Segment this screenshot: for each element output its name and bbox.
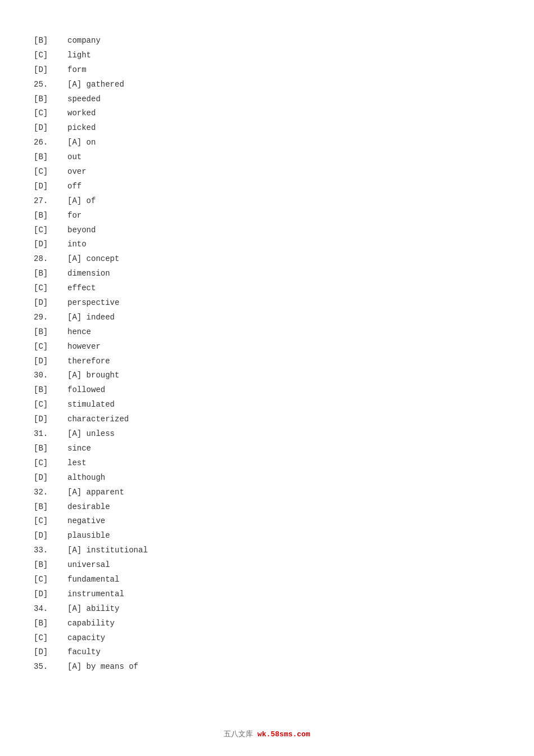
option-item: [C]beyond <box>34 223 500 238</box>
option-label: [D] <box>34 645 67 660</box>
question-text: [A] brought <box>67 368 119 383</box>
option-label: [C] <box>34 340 67 354</box>
option-item: [D]form <box>34 63 500 78</box>
footer-prefix: 五八文库 <box>224 730 257 739</box>
option-item: [C]however <box>34 340 500 354</box>
option-item: [B]since <box>34 442 500 456</box>
option-item: [B]company <box>34 34 500 48</box>
option-label: [C] <box>34 223 67 238</box>
option-label: [D] <box>34 121 67 136</box>
option-text: off <box>67 179 82 194</box>
option-item: [D]instrumental <box>34 587 500 602</box>
option-item: [C]over <box>34 165 500 179</box>
option-label: [B] <box>34 92 67 107</box>
question-number: 32. <box>34 485 67 500</box>
option-label: [D] <box>34 237 67 252</box>
option-item: [C]fundamental <box>34 573 500 587</box>
option-text: into <box>67 237 87 252</box>
option-item: [B]desirable <box>34 500 500 515</box>
option-text: for <box>67 209 82 223</box>
option-text: characterized <box>67 412 129 427</box>
option-text: since <box>67 442 91 456</box>
option-text: negative <box>67 514 105 529</box>
option-text: faculty <box>67 645 101 660</box>
option-item: [C]worked <box>34 106 500 121</box>
question-item: 26.[A] on <box>34 136 500 150</box>
option-label: [D] <box>34 63 67 78</box>
option-item: [C]effect <box>34 281 500 296</box>
question-text: [A] of <box>67 194 96 209</box>
option-label: [B] <box>34 383 67 398</box>
option-item: [C]lest <box>34 456 500 471</box>
option-item: [B]for <box>34 209 500 223</box>
question-text: [A] unless <box>67 427 115 442</box>
option-text: plausible <box>67 529 110 543</box>
option-label: [B] <box>34 325 67 340</box>
option-label: [D] <box>34 529 67 543</box>
question-number: 26. <box>34 136 67 150</box>
option-item: [D]characterized <box>34 412 500 427</box>
option-label: [B] <box>34 267 67 281</box>
option-text: speeded <box>67 92 101 107</box>
option-label: [B] <box>34 34 67 48</box>
option-label: [C] <box>34 398 67 412</box>
question-number: 25. <box>34 78 67 92</box>
option-text: dimension <box>67 267 110 281</box>
question-item: 25.[A] gathered <box>34 78 500 92</box>
option-text: therefore <box>67 354 110 369</box>
option-item: [D]perspective <box>34 296 500 310</box>
question-item: 27.[A] of <box>34 194 500 209</box>
question-item: 31.[A] unless <box>34 427 500 442</box>
option-label: [C] <box>34 573 67 587</box>
question-text: [A] institutional <box>67 543 148 558</box>
question-number: 28. <box>34 252 67 267</box>
option-text: company <box>67 34 101 48</box>
option-item: [D]therefore <box>34 354 500 369</box>
option-label: [C] <box>34 106 67 121</box>
question-item: 30.[A] brought <box>34 368 500 383</box>
footer-site: wk.58sms.com <box>257 730 310 739</box>
question-number: 27. <box>34 194 67 209</box>
option-item: [C]capacity <box>34 631 500 646</box>
option-item: [C]light <box>34 48 500 63</box>
question-number: 34. <box>34 602 67 616</box>
option-text: effect <box>67 281 96 296</box>
option-text: beyond <box>67 223 96 238</box>
question-item: 32.[A] apparent <box>34 485 500 500</box>
option-label: [D] <box>34 179 67 194</box>
option-label: [D] <box>34 412 67 427</box>
option-label: [B] <box>34 442 67 456</box>
option-label: [C] <box>34 48 67 63</box>
footer: 五八文库 wk.58sms.com <box>0 729 534 739</box>
question-number: 31. <box>34 427 67 442</box>
question-text: [A] on <box>67 136 96 150</box>
question-text: [A] gathered <box>67 78 124 92</box>
option-text: stimulated <box>67 398 115 412</box>
option-text: however <box>67 340 101 354</box>
option-label: [B] <box>34 616 67 631</box>
option-item: [B]capability <box>34 616 500 631</box>
option-item: [B]followed <box>34 383 500 398</box>
option-text: followed <box>67 383 105 398</box>
option-text: capability <box>67 616 115 631</box>
option-text: although <box>67 471 105 485</box>
option-label: [D] <box>34 354 67 369</box>
option-text: capacity <box>67 631 105 646</box>
option-text: universal <box>67 558 110 573</box>
option-label: [C] <box>34 514 67 529</box>
option-item: [B]out <box>34 150 500 165</box>
question-text: [A] indeed <box>67 310 115 325</box>
option-text: desirable <box>67 500 110 515</box>
option-item: [D]off <box>34 179 500 194</box>
option-label: [B] <box>34 500 67 515</box>
question-number: 30. <box>34 368 67 383</box>
option-item: [D]plausible <box>34 529 500 543</box>
option-item: [B]dimension <box>34 267 500 281</box>
option-item: [C]negative <box>34 514 500 529</box>
option-label: [B] <box>34 150 67 165</box>
option-item: [B]universal <box>34 558 500 573</box>
option-item: [B]speeded <box>34 92 500 107</box>
question-number: 35. <box>34 660 67 674</box>
option-text: hence <box>67 325 91 340</box>
option-text: lest <box>67 456 87 471</box>
